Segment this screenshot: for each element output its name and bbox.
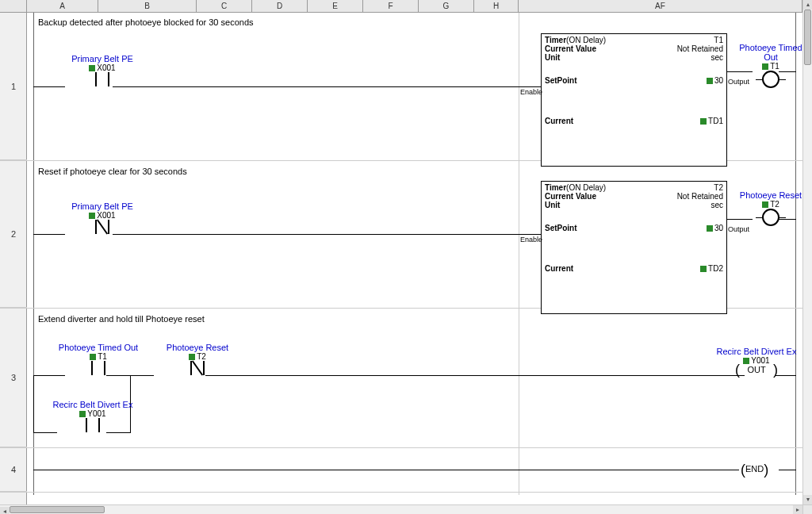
scroll-up-icon[interactable]: ▴	[803, 0, 812, 10]
contact-address: T1	[51, 352, 146, 361]
col-A[interactable]: A	[27, 0, 98, 12]
coil-address: Y001	[709, 356, 804, 365]
scroll-left-icon[interactable]: ◂	[0, 507, 10, 514]
scroll-right-icon[interactable]: ▸	[793, 505, 802, 514]
row-3[interactable]: 3	[0, 308, 27, 447]
row-1[interactable]: 1	[0, 13, 27, 160]
contact-label: Primary Belt PE	[59, 201, 146, 211]
col-G[interactable]: G	[419, 0, 474, 12]
horizontal-scrollbar[interactable]: ◂ ▸	[0, 504, 802, 514]
output-label: Output	[728, 225, 749, 233]
coil-label: Photoeye Reset	[731, 190, 810, 200]
enable-label: Enable	[520, 236, 542, 244]
row-4[interactable]: 4	[0, 447, 27, 492]
rung1-contact-no[interactable]: Primary Belt PE X001	[59, 54, 146, 86]
coil-address: T2	[731, 200, 810, 209]
col-H[interactable]: H	[474, 0, 519, 12]
vertical-scrollbar[interactable]: ▴ ▾	[802, 0, 812, 504]
col-AF[interactable]: AF	[519, 0, 802, 12]
contact-label: Primary Belt PE	[59, 54, 146, 63]
coil-label: Photoeye Timed Out	[731, 43, 810, 62]
row-2[interactable]: 2	[0, 160, 27, 308]
rung1-timer-block[interactable]: Timer(ON Delay)T1 Current ValueNot Retai…	[541, 33, 727, 167]
ladder-canvas[interactable]: Backup detected after photoeye blocked f…	[27, 13, 802, 504]
col-E[interactable]: E	[308, 0, 363, 12]
ladder-editor: A B C D E F G H AF 1 2 3 4 Backup detect…	[0, 0, 812, 514]
column-header: A B C D E F G H AF	[0, 0, 802, 13]
enable-label: Enable	[520, 88, 542, 96]
rung2-comment: Reset if photoeye clear for 30 seconds	[38, 167, 187, 176]
contact-label: Photoeye Timed Out	[51, 343, 146, 352]
contact-address: X001	[59, 63, 146, 72]
rung2-contact-nc[interactable]: Primary Belt PE X001	[59, 201, 146, 234]
contact-label: Recirc Belt Divert Ex	[41, 400, 144, 409]
vscroll-thumb[interactable]	[804, 10, 811, 65]
scroll-down-icon[interactable]: ▾	[803, 495, 812, 504]
contact-address: Y001	[41, 409, 144, 418]
rung2-timer-block[interactable]: Timer(ON Delay)T2 Current ValueNot Retai…	[541, 181, 727, 314]
status-icon	[89, 65, 95, 71]
corner-cell	[0, 0, 27, 12]
col-C[interactable]: C	[197, 0, 252, 12]
rung1-comment: Backup detected after photoeye blocked f…	[38, 17, 254, 27]
rung3-contact-reset-nc[interactable]: Photoeye Reset T2	[154, 343, 241, 375]
hscroll-thumb[interactable]	[10, 506, 105, 513]
column-divider	[519, 13, 519, 495]
rung1-output-coil[interactable]: Photoeye Timed Out T1	[731, 43, 810, 88]
rung3-contact-timedout[interactable]: Photoeye Timed Out T1	[51, 343, 146, 375]
rung3-comment: Extend diverter and hold till Photoeye r…	[38, 314, 205, 324]
col-F[interactable]: F	[363, 0, 419, 12]
row-gutter: 1 2 3 4	[0, 13, 27, 504]
coil-label: Recirc Belt Divert Ex	[709, 347, 804, 356]
scrollbar-corner	[802, 504, 812, 514]
rung2-output-coil[interactable]: Photoeye Reset T2	[731, 190, 810, 226]
rung3-output-coil[interactable]: Recirc Belt Divert Ex Y001 ( OUT )	[709, 347, 804, 374]
col-D[interactable]: D	[252, 0, 308, 12]
contact-label: Photoeye Reset	[154, 343, 241, 352]
rung4-end: (END)	[741, 462, 768, 478]
rung3-branch-contact[interactable]: Recirc Belt Divert Ex Y001	[41, 400, 144, 432]
col-B[interactable]: B	[98, 0, 197, 12]
coil-address: T1	[731, 62, 810, 71]
